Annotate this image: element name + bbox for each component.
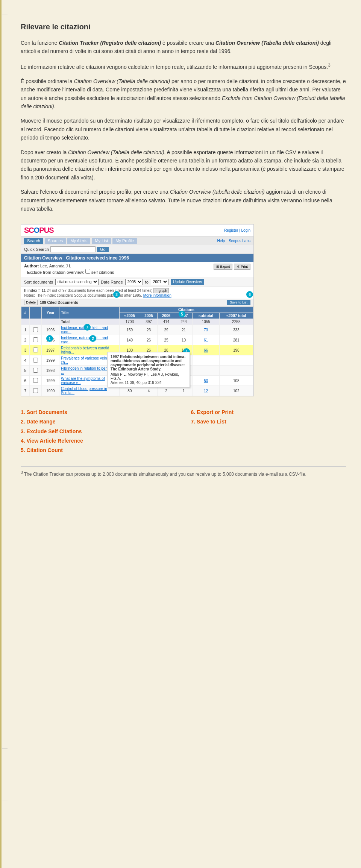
- col-num: #: [21, 307, 30, 319]
- date-from-select[interactable]: 2005: [125, 279, 143, 285]
- numbered-list-col-2: 6. Export or Print 7. Save to List: [191, 408, 346, 455]
- scopus-nav: Search Sources My Alerts My List My Prof…: [21, 237, 253, 245]
- row-1-subtotal[interactable]: 73: [204, 328, 208, 332]
- intro-paragraph-4: Muovere il mouse portandolo su un determ…: [21, 117, 346, 142]
- row-4-checkbox[interactable]: [33, 358, 38, 363]
- col-subtotal: subtotal: [193, 313, 219, 319]
- self-citations-checkbox[interactable]: [85, 269, 90, 274]
- tooltip-title: 1997 Relationship between carotid intima…: [111, 355, 187, 371]
- author-name: Lee, Amanda J L: [40, 264, 71, 268]
- scopus-logo: SCOPUS: [24, 226, 53, 235]
- sort-select[interactable]: citations descending: [55, 279, 99, 285]
- row-3-title[interactable]: Relationship between carotid intima...: [61, 346, 109, 354]
- list-item-7: 7. Save to List: [191, 417, 346, 426]
- nav-search[interactable]: Search: [24, 238, 43, 244]
- scopus-labs-link[interactable]: Scopus Labs: [229, 239, 250, 243]
- list-item-3: 3. Exclude Self Citations: [21, 427, 176, 436]
- col-2006: 2006: [158, 313, 175, 319]
- h-index-row: h index = 11 24 out of 97 documents have…: [21, 287, 253, 299]
- quick-search-bar: Quick Search Go: [21, 245, 253, 254]
- register-login: Register | Login: [224, 228, 250, 232]
- footnote-number: 3: [21, 470, 23, 475]
- citation-overview-header: Citation Overview Citations received sin…: [21, 254, 253, 262]
- screenshot-wrapper: SCOPUS Register | Login Search Sources M…: [21, 224, 346, 396]
- numbered-list-col-1: 1. Sort Documents 2. Date Range 3. Exclu…: [21, 408, 176, 455]
- author-row: Author: Lee, Amanda J L Exclude from cit…: [21, 262, 253, 277]
- cited-documents-label: 109 Cited Documents: [40, 300, 78, 305]
- footnote: 3 The Citation Tracker can process up to…: [21, 466, 346, 477]
- author-label: Author:: [24, 264, 39, 268]
- col-2005: 2005: [140, 313, 158, 319]
- row-2-title[interactable]: Incidence, natural hist... and card...: [61, 336, 108, 344]
- list-item-1: 1. Sort Documents: [21, 408, 176, 417]
- intro-paragraph-2: Le informazioni relative alle citazioni …: [21, 62, 346, 71]
- intro-paragraph-1: Con la funzione Citation Tracker (Regist…: [21, 39, 346, 56]
- nav-sources[interactable]: Sources: [45, 238, 66, 244]
- h-index-label: h index =: [24, 288, 41, 293]
- col-2200: ≤2005: [120, 313, 140, 319]
- col-total: ≤2007 total: [219, 313, 253, 319]
- row-6-checkbox[interactable]: [33, 378, 38, 383]
- total-row: Total 1703 397 414 244 1055 2258: [21, 319, 253, 325]
- nav-my-alerts[interactable]: My Alerts: [67, 238, 90, 244]
- row-2-subtotal[interactable]: 61: [204, 338, 208, 342]
- print-icon: 🖨: [237, 265, 240, 269]
- row-7-subtotal[interactable]: 12: [204, 389, 208, 393]
- list-item-6: 6. Export or Print: [191, 408, 346, 417]
- export-icon: ⊞: [216, 265, 219, 269]
- row-5-checkbox[interactable]: [33, 368, 38, 373]
- col-year: Year: [42, 307, 59, 319]
- table-row: 1 1996 Incidence, natural hist... and ca…: [21, 325, 253, 335]
- export-button[interactable]: ⊞ Export: [214, 264, 232, 270]
- h-index-value: 11: [41, 288, 46, 293]
- nav-my-profile[interactable]: My Profile: [112, 238, 137, 244]
- table-row: 2 1996 Incidence, natural hist... and ca…: [21, 335, 253, 345]
- notes-text: Notes: The h-index considers Scopus docu…: [24, 293, 142, 297]
- nav-my-list[interactable]: My List: [92, 238, 111, 244]
- more-info-link[interactable]: More information: [143, 293, 171, 297]
- row-6-subtotal[interactable]: 50: [204, 379, 208, 383]
- tooltip-authors: Allan P L, Mowbray P I, Lee A J, Fowkes,…: [111, 372, 187, 381]
- col-check: [29, 307, 42, 319]
- quick-search-label: Quick Search: [24, 247, 49, 252]
- tooltip-journal: Arteries 11-39, 40, pp 316-334: [111, 381, 187, 385]
- export-print-buttons: ⊞ Export 🖨 Print: [214, 264, 250, 270]
- intro-paragraph-3: È possibile ordinare la Citation Overvie…: [21, 77, 346, 111]
- save-to-list-button[interactable]: Save to List: [227, 300, 250, 305]
- date-to-select[interactable]: 2007: [151, 279, 168, 285]
- sort-controls: Sort documents citations descending Date…: [21, 277, 253, 287]
- go-button[interactable]: Go: [97, 247, 109, 252]
- row-7-title[interactable]: Control of blood pressure in Scotla...: [61, 387, 107, 395]
- update-overview-button[interactable]: Update Overview: [171, 279, 204, 285]
- row-6-title[interactable]: What are the symptoms of varicose v...: [61, 376, 105, 385]
- tooltip-box: 1997 Relationship between carotid intima…: [107, 352, 190, 387]
- citations-header: Citations: [120, 307, 253, 313]
- footnote-ref-1: 3: [328, 62, 330, 67]
- page-title: Rilevare le citazioni: [21, 23, 346, 31]
- date-range-label: Date Range: [101, 280, 123, 284]
- search-input[interactable]: [50, 246, 96, 252]
- cited-text: 24 out of 97 documents have each been ci…: [47, 288, 152, 293]
- list-item-5: 5. Citation Count: [21, 446, 176, 455]
- exclude-row: Exclude from citation overview: self cit…: [24, 268, 214, 275]
- delete-button[interactable]: Delete: [24, 300, 38, 305]
- to-label: to: [145, 280, 149, 284]
- h-graph-button[interactable]: h-graph: [153, 288, 169, 293]
- intro-paragraph-5: Dopo aver creato la Citation Overview (T…: [21, 148, 346, 182]
- help-link[interactable]: Help: [217, 239, 225, 243]
- list-item-4: 4. View Article Reference: [21, 436, 176, 446]
- scopus-header: SCOPUS Register | Login: [21, 225, 253, 237]
- row-7-checkbox[interactable]: [33, 388, 38, 393]
- row-3-checkbox[interactable]: [33, 348, 38, 352]
- footnote-text: The Citation Tracker can process up to 2…: [24, 472, 306, 477]
- row-3-subtotal[interactable]: 66: [204, 348, 208, 352]
- intro-paragraph-6: Salvare l'elenco di documenti nel propri…: [21, 188, 346, 213]
- sort-label: Sort documents: [24, 280, 53, 284]
- list-item-2: 2. Date Range: [21, 417, 176, 426]
- row-2-checkbox[interactable]: [33, 337, 38, 342]
- print-button[interactable]: 🖨 Print: [234, 264, 250, 270]
- col-title: Title: [59, 307, 120, 319]
- row-1-checkbox[interactable]: [33, 327, 38, 332]
- numbered-list-section: 1. Sort Documents 2. Date Range 3. Exclu…: [21, 408, 346, 455]
